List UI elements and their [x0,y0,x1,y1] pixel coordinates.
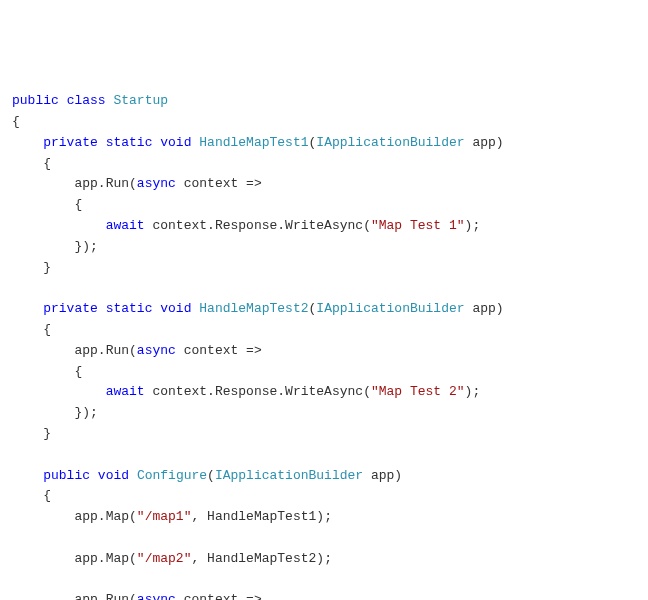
keyword-public: public [43,468,90,483]
paren: ) [316,551,324,566]
identifier: Map [106,551,129,566]
brace: } [43,260,51,275]
identifier: Run [106,343,129,358]
type-iapplicationbuilder: IApplicationBuilder [316,301,464,316]
paren: ) [82,239,90,254]
semicolon: ; [324,509,332,524]
brace: { [74,364,82,379]
semicolon: ; [472,384,480,399]
paren: ) [394,468,402,483]
brace: { [43,488,51,503]
dot: . [277,384,285,399]
paren: ( [129,176,137,191]
identifier: context [152,218,207,233]
paren: ( [363,218,371,233]
brace: { [43,322,51,337]
identifier: app [74,176,97,191]
identifier: context [184,343,239,358]
paren: ( [129,592,137,600]
keyword-void: void [160,135,191,150]
keyword-public: public [12,93,59,108]
type-startup: Startup [113,93,168,108]
identifier: Response [215,384,277,399]
identifier: context [184,592,239,600]
keyword-private: private [43,135,98,150]
dot: . [98,176,106,191]
comma: , [191,509,199,524]
identifier: WriteAsync [285,384,363,399]
identifier: app [74,343,97,358]
identifier: HandleMapTest1 [207,509,316,524]
method-handlemaptest2: HandleMapTest2 [199,301,308,316]
brace: } [43,426,51,441]
string-literal: "/map2" [137,551,192,566]
keyword-await: await [106,218,145,233]
dot: . [207,384,215,399]
paren: ( [363,384,371,399]
type-iapplicationbuilder: IApplicationBuilder [316,135,464,150]
code-block: public class Startup { private static vo… [12,91,636,600]
identifier: app [74,592,97,600]
paren: ) [496,301,504,316]
keyword-class: class [67,93,106,108]
identifier: Run [106,176,129,191]
brace: { [12,114,20,129]
keyword-async: async [137,592,176,600]
keyword-async: async [137,176,176,191]
dot: . [98,592,106,600]
string-literal: "/map1" [137,509,192,524]
paren: ( [207,468,215,483]
dot: . [277,218,285,233]
keyword-static: static [106,301,153,316]
semicolon: ; [324,551,332,566]
identifier: Map [106,509,129,524]
keyword-private: private [43,301,98,316]
string-literal: "Map Test 2" [371,384,465,399]
identifier: HandleMapTest2 [207,551,316,566]
paren: ( [129,551,137,566]
identifier: Run [106,592,129,600]
identifier: app [371,468,394,483]
arrow: => [246,176,262,191]
method-handlemaptest1: HandleMapTest1 [199,135,308,150]
dot: . [98,343,106,358]
paren: ) [496,135,504,150]
arrow: => [246,343,262,358]
dot: . [98,551,106,566]
identifier: Response [215,218,277,233]
identifier: app [472,135,495,150]
identifier: app [74,509,97,524]
method-configure: Configure [137,468,207,483]
paren: ( [129,343,137,358]
identifier: WriteAsync [285,218,363,233]
type-iapplicationbuilder: IApplicationBuilder [215,468,363,483]
arrow: => [246,592,262,600]
semicolon: ; [90,239,98,254]
paren: ) [316,509,324,524]
string-literal: "Map Test 1" [371,218,465,233]
dot: . [207,218,215,233]
keyword-await: await [106,384,145,399]
paren: ( [129,509,137,524]
paren: ) [82,405,90,420]
identifier: app [472,301,495,316]
keyword-static: static [106,135,153,150]
brace: { [74,197,82,212]
identifier: context [152,384,207,399]
semicolon: ; [472,218,480,233]
keyword-void: void [160,301,191,316]
keyword-void: void [98,468,129,483]
keyword-async: async [137,343,176,358]
identifier: context [184,176,239,191]
comma: , [191,551,199,566]
dot: . [98,509,106,524]
identifier: app [74,551,97,566]
brace: { [43,156,51,171]
semicolon: ; [90,405,98,420]
